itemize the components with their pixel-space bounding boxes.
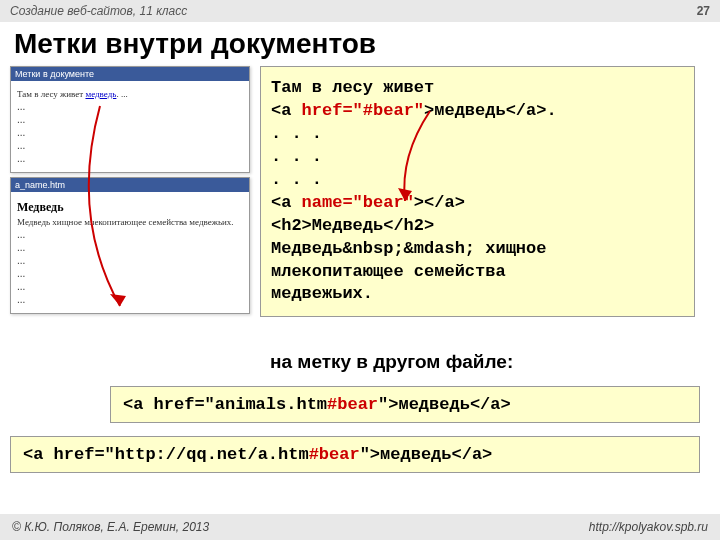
- thumb-2-body: Медведь Медведь хищное млекопитающее сем…: [11, 192, 249, 313]
- thumb-1-line: Там в лесу живет медведь. ...: [17, 89, 243, 99]
- code-line: <a name="bear"></a>: [271, 192, 684, 215]
- thumb-1-body: Там в лесу живет медведь. ... ... ... ..…: [11, 81, 249, 172]
- dots: ...: [17, 242, 243, 253]
- dots: ...: [17, 127, 243, 138]
- course-label: Создание веб-сайтов, 11 класс: [10, 4, 187, 18]
- dots: ...: [17, 101, 243, 112]
- hash-fragment: #bear: [327, 395, 378, 414]
- thumb-2-titlebar: a_name.htm: [11, 178, 249, 192]
- browser-thumbnails: Метки в документе Там в лесу живет медве…: [10, 66, 250, 318]
- footer-url: http://kpolyakov.spb.ru: [589, 520, 708, 534]
- dots: ...: [17, 268, 243, 279]
- thumb-2: a_name.htm Медведь Медведь хищное млекоп…: [10, 177, 250, 314]
- subtitle-other-file: на метку в другом файле:: [270, 351, 513, 373]
- thumb-2-heading: Медведь: [17, 200, 243, 215]
- dots: ...: [17, 294, 243, 305]
- page-number: 27: [697, 4, 710, 18]
- code-line: <h2>Медведь</h2>: [271, 215, 684, 238]
- href-anchor: href="#bear": [302, 101, 424, 120]
- name-anchor: name="bear": [302, 193, 414, 212]
- code-example-2: <a href="animals.htm#bear">медведь</a>: [110, 386, 700, 423]
- code-line: <a href="#bear">медведь</a>.: [271, 100, 684, 123]
- slide-header: Создание веб-сайтов, 11 класс 27: [0, 0, 720, 22]
- dots: ...: [17, 255, 243, 266]
- code-line: Медведь&nbsp;&mdash; хищное: [271, 238, 684, 261]
- code-example-main: Там в лесу живет <a href="#bear">медведь…: [260, 66, 695, 317]
- dots: ...: [17, 140, 243, 151]
- code-line: . . .: [271, 169, 684, 192]
- dots: ...: [17, 153, 243, 164]
- content-area: Метки в документе Там в лесу живет медве…: [0, 66, 720, 466]
- code-line: Там в лесу живет: [271, 77, 684, 100]
- hash-fragment: #bear: [309, 445, 360, 464]
- dots: ...: [17, 229, 243, 240]
- code-line: . . .: [271, 123, 684, 146]
- slide-footer: © К.Ю. Поляков, Е.А. Еремин, 2013 http:/…: [0, 514, 720, 540]
- dots: ...: [17, 281, 243, 292]
- code-line: медвежьих.: [271, 283, 684, 306]
- thumb-1: Метки в документе Там в лесу живет медве…: [10, 66, 250, 173]
- thumb-2-text: Медведь хищное млекопитающее семейства м…: [17, 217, 243, 227]
- code-line: млекопитающее семейства: [271, 261, 684, 284]
- code-example-3: <a href="http://qq.net/a.htm#bear">медве…: [10, 436, 700, 473]
- code-line: . . .: [271, 146, 684, 169]
- copyright: © К.Ю. Поляков, Е.А. Еремин, 2013: [12, 520, 209, 534]
- dots: ...: [17, 114, 243, 125]
- thumb-1-titlebar: Метки в документе: [11, 67, 249, 81]
- thumb-1-link: медведь: [85, 89, 116, 99]
- slide-title: Метки внутри документов: [0, 22, 720, 66]
